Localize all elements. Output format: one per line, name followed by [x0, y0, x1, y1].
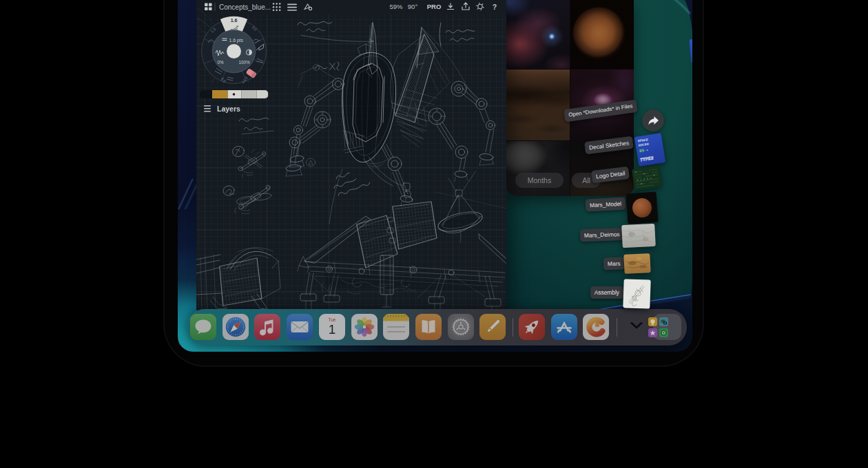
- svg-text:Concepts_blue...: Concepts_blue...: [219, 3, 271, 11]
- svg-text:0%: 0%: [218, 60, 225, 65]
- svg-text:RS: RS: [639, 148, 645, 153]
- svg-text:PRO: PRO: [427, 3, 442, 10]
- svg-text:90°: 90°: [408, 3, 418, 10]
- svg-text:Layers: Layers: [217, 105, 240, 113]
- svg-text:?: ?: [493, 3, 497, 11]
- svg-text:1.6: 1.6: [231, 18, 238, 23]
- svg-text:✶: ✶: [646, 148, 649, 151]
- svg-text:TYPE2: TYPE2: [640, 156, 654, 162]
- svg-text:0 1 2 3 4: 0 1 2 3 4: [637, 177, 652, 182]
- svg-text:100%: 100%: [239, 60, 251, 65]
- svg-text:Tue: Tue: [328, 317, 335, 322]
- svg-text:59%: 59%: [389, 3, 403, 10]
- svg-text:ROCKR: ROCKR: [638, 142, 650, 148]
- svg-text:1: 1: [329, 322, 336, 337]
- svg-text:1.6 pts: 1.6 pts: [229, 38, 244, 43]
